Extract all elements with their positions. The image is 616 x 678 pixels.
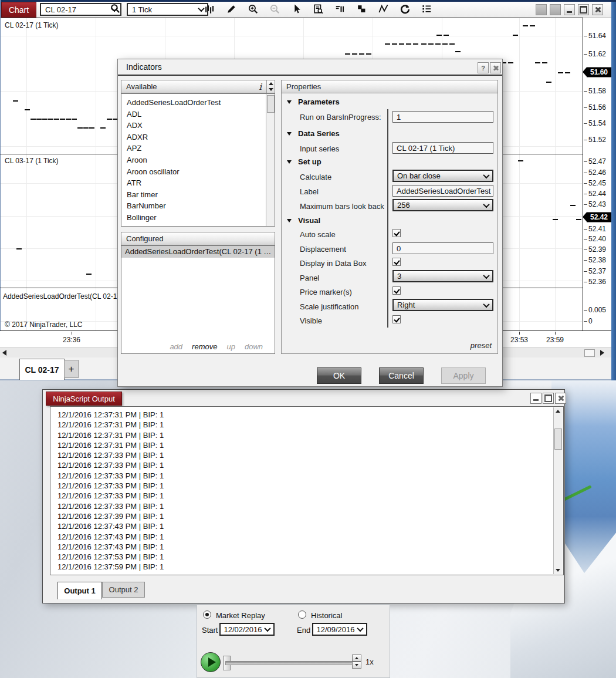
available-indicator-item[interactable]: ATR [121,177,275,189]
maximize-icon[interactable] [578,4,589,15]
pricemarkers-checkbox[interactable] [392,286,401,295]
calculate-select[interactable]: On bar close [392,170,493,182]
available-indicator-item[interactable]: Aroon oscillator [121,166,275,178]
section-parameters[interactable]: Parameters [287,97,340,106]
info-icon[interactable]: i [259,82,262,92]
gridline [1,36,582,36]
maxbars-select[interactable]: 256 [392,199,493,211]
section-data-series[interactable]: Data Series [287,129,340,138]
scroll-up-icon[interactable] [556,410,560,413]
scroll-left-icon[interactable] [2,350,6,356]
databox-checkbox[interactable] [392,258,401,266]
end-date-select[interactable]: 12/09/2016 [312,623,367,636]
label-field[interactable]: AddedSeriesLoadOrderTest [392,185,493,197]
data-box-icon[interactable] [310,2,326,15]
scroll-thumb[interactable] [267,95,275,113]
displacement-field[interactable]: 0 [392,242,493,254]
tab-output-1[interactable]: Output 1 [57,582,102,599]
price-dash [542,62,547,63]
available-scrollbar[interactable] [266,94,275,226]
log-line: 12/1/2016 12:37:31 PM | BIP: 1 [57,420,553,430]
apply-button[interactable]: Apply [441,367,486,384]
log-line: 12/1/2016 12:37:39 PM | BIP: 1 [57,511,553,521]
historical-radio[interactable] [298,610,306,619]
copyright-label: © 2017 NinjaTrader, LLC [5,321,82,329]
chart-tab-cl-02-17[interactable]: CL 02-17 [19,359,65,380]
help-icon[interactable]: ? [478,62,489,73]
input-series-field[interactable]: CL 02-17 (1 Tick) [392,142,493,154]
section-set-up[interactable]: Set up [287,157,321,166]
list-icon[interactable] [419,2,434,15]
search-icon[interactable] [107,2,123,15]
indicators-dialog: Indicators ? Available i AddedSeriesLoad… [117,59,503,387]
close-icon[interactable] [555,393,566,404]
pause-bars-icon[interactable] [332,2,347,15]
spinner-down-icon[interactable] [269,88,273,91]
reload-icon[interactable] [397,2,412,15]
available-indicator-item[interactable]: APZ [121,143,275,154]
list-action-button[interactable]: up [226,342,235,351]
window-tab-button[interactable] [550,4,561,15]
layers-icon[interactable] [354,2,369,15]
scroll-right-icon[interactable] [600,350,604,356]
price-bars-icon[interactable] [202,2,217,15]
output-scrollbar[interactable] [553,407,563,574]
price-dash [570,205,576,206]
available-indicator-item[interactable]: AddedSeriesLoadOrderTest [121,97,275,109]
ok-button[interactable]: OK [317,367,361,384]
chevron-down-icon [357,625,363,632]
spinner-up-icon[interactable] [269,82,273,85]
available-indicator-item[interactable]: Aroon [121,154,275,166]
list-spinner[interactable] [266,80,275,93]
section-visual[interactable]: Visual [287,216,320,225]
speed-up-icon[interactable] [352,655,361,662]
available-indicator-item[interactable]: ADL [121,109,275,120]
visible-checkbox[interactable] [392,315,401,323]
market-replay-radio[interactable] [203,610,211,619]
price-dash [54,119,59,120]
available-indicator-item[interactable]: Bollinger [121,212,275,224]
zigzag-icon[interactable] [375,2,391,15]
available-list[interactable]: AddedSeriesLoadOrderTestADLADXADXRAPZAro… [121,93,275,227]
available-indicator-item[interactable]: ADX [121,120,275,131]
log-line: 12/1/2016 12:37:43 PM | BIP: 1 [57,532,553,542]
preset-link[interactable]: preset [471,341,492,350]
scroll-thumb[interactable] [554,429,562,450]
window-tab-button[interactable] [536,4,547,15]
scroll-thumb[interactable] [584,349,595,357]
cancel-button[interactable]: Cancel [379,367,424,384]
output-lines: 12/1/2016 12:37:31 PM | BIP: 112/1/2016 … [57,410,553,572]
add-tab-button[interactable]: + [64,360,79,378]
replay-slider-track[interactable] [225,661,353,665]
start-date-select[interactable]: 12/02/2016 [219,623,275,636]
configured-list[interactable]: AddedSeriesLoadOrderTest(CL 02-17 (1 Ti.… [121,245,275,354]
desktop: Chart CL 02-17 1 Tick [0,0,616,678]
pencil-icon[interactable] [224,2,239,15]
zoom-out-icon[interactable] [267,2,282,15]
available-indicator-item[interactable]: Bar timer [121,189,275,201]
price-dash [31,119,36,120]
speed-down-icon[interactable] [352,662,361,669]
minimize-icon[interactable] [564,4,575,15]
close-icon[interactable] [490,62,501,73]
panel-select[interactable]: 3 [392,270,493,282]
zoom-in-icon[interactable] [245,2,260,15]
available-indicator-item[interactable]: BarNumber [121,200,275,212]
cursor-icon[interactable] [289,2,304,15]
configured-indicator-item[interactable]: AddedSeriesLoadOrderTest(CL 02-17 (1 Ti.… [121,246,275,258]
maximize-icon[interactable] [543,393,554,404]
run-on-bip-field[interactable]: 1 [392,111,493,123]
minimize-icon[interactable] [530,393,541,404]
close-icon[interactable] [592,4,603,15]
scroll-down-icon[interactable] [556,569,560,572]
interval-select[interactable]: 1 Tick [127,3,208,16]
list-action-button[interactable]: down [245,342,263,351]
output-log-area[interactable]: 12/1/2016 12:37:31 PM | BIP: 112/1/2016 … [50,406,564,575]
tab-output-2[interactable]: Output 2 [102,582,145,598]
scalejust-select[interactable]: Right [392,299,493,311]
autoscale-checkbox[interactable] [392,229,401,237]
list-action-button[interactable]: add [170,342,182,351]
list-action-button[interactable]: remove [192,342,217,351]
play-button[interactable] [201,652,221,672]
available-indicator-item[interactable]: ADXR [121,131,275,143]
